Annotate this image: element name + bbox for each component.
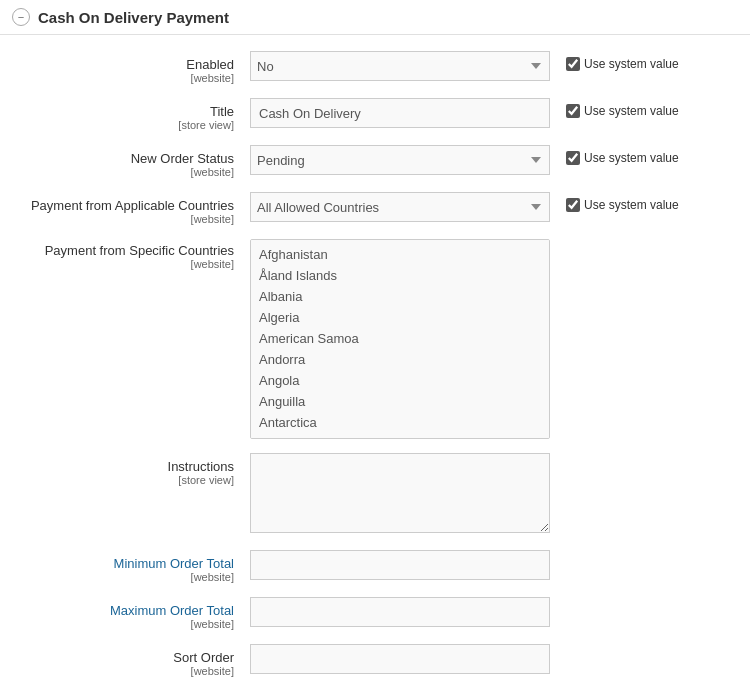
enabled-system-checkbox[interactable] xyxy=(566,57,580,71)
order-status-control: Pending Processing Complete xyxy=(250,145,550,175)
enabled-control: No Yes xyxy=(250,51,550,81)
order-status-system-checkbox[interactable] xyxy=(566,151,580,165)
max-order-label: Maximum Order Total xyxy=(10,603,234,618)
title-system-checkbox[interactable] xyxy=(566,104,580,118)
sort-order-sublabel: [website] xyxy=(10,665,234,677)
instructions-textarea[interactable] xyxy=(250,453,550,533)
applicable-countries-select[interactable]: All Allowed Countries Specific Countries xyxy=(250,192,550,222)
enabled-row: Enabled [website] No Yes Use system valu… xyxy=(0,51,750,84)
title-row: Title [store view] Use system value xyxy=(0,98,750,131)
max-order-row: Maximum Order Total [website] xyxy=(0,597,750,630)
instructions-row: Instructions [store view] xyxy=(0,453,750,536)
sort-order-label-col: Sort Order [website] xyxy=(10,644,250,677)
sort-order-control xyxy=(250,644,550,674)
sort-order-input[interactable] xyxy=(250,644,550,674)
specific-countries-system-col xyxy=(550,239,566,245)
specific-countries-sublabel: [website] xyxy=(10,258,234,270)
applicable-countries-system-label[interactable]: Use system value xyxy=(566,198,679,212)
title-label: Title xyxy=(10,104,234,119)
title-label-col: Title [store view] xyxy=(10,98,250,131)
page-title: Cash On Delivery Payment xyxy=(38,9,229,26)
order-status-system-label[interactable]: Use system value xyxy=(566,151,679,165)
title-input[interactable] xyxy=(250,98,550,128)
specific-countries-list[interactable]: Afghanistan Åland Islands Albania Algeri… xyxy=(250,239,550,439)
specific-countries-label: Payment from Specific Countries xyxy=(10,243,234,258)
min-order-control xyxy=(250,550,550,580)
enabled-system-label[interactable]: Use system value xyxy=(566,57,679,71)
min-order-input[interactable] xyxy=(250,550,550,580)
title-system-col: Use system value xyxy=(550,98,679,118)
max-order-sublabel: [website] xyxy=(10,618,234,630)
enabled-select[interactable]: No Yes xyxy=(250,51,550,81)
applicable-countries-system-col: Use system value xyxy=(550,192,679,212)
min-order-row: Minimum Order Total [website] xyxy=(0,550,750,583)
form-body: Enabled [website] No Yes Use system valu… xyxy=(0,35,750,680)
applicable-countries-sublabel: [website] xyxy=(10,213,234,225)
collapse-button[interactable]: − xyxy=(12,8,30,26)
specific-countries-row: Payment from Specific Countries [website… xyxy=(0,239,750,439)
enabled-label-col: Enabled [website] xyxy=(10,51,250,84)
instructions-label-col: Instructions [store view] xyxy=(10,453,250,486)
order-status-sublabel: [website] xyxy=(10,166,234,178)
title-system-label[interactable]: Use system value xyxy=(566,104,679,118)
applicable-countries-label-col: Payment from Applicable Countries [websi… xyxy=(10,192,250,225)
instructions-system-col xyxy=(550,453,566,459)
instructions-control xyxy=(250,453,550,536)
order-status-system-col: Use system value xyxy=(550,145,679,165)
applicable-countries-row: Payment from Applicable Countries [websi… xyxy=(0,192,750,225)
enabled-sublabel: [website] xyxy=(10,72,234,84)
max-order-system-col xyxy=(550,597,566,603)
min-order-label: Minimum Order Total xyxy=(10,556,234,571)
instructions-label: Instructions xyxy=(10,459,234,474)
order-status-select[interactable]: Pending Processing Complete xyxy=(250,145,550,175)
enabled-label: Enabled xyxy=(10,57,234,72)
min-order-system-col xyxy=(550,550,566,556)
sort-order-row: Sort Order [website] xyxy=(0,644,750,677)
order-status-row: New Order Status [website] Pending Proce… xyxy=(0,145,750,178)
applicable-countries-control: All Allowed Countries Specific Countries xyxy=(250,192,550,222)
instructions-sublabel: [store view] xyxy=(10,474,234,486)
enabled-system-col: Use system value xyxy=(550,51,679,71)
title-sublabel: [store view] xyxy=(10,119,234,131)
order-status-label-col: New Order Status [website] xyxy=(10,145,250,178)
min-order-sublabel: [website] xyxy=(10,571,234,583)
max-order-label-col: Maximum Order Total [website] xyxy=(10,597,250,630)
section-header: − Cash On Delivery Payment xyxy=(0,0,750,35)
sort-order-system-col xyxy=(550,644,566,650)
specific-countries-label-col: Payment from Specific Countries [website… xyxy=(10,239,250,270)
applicable-countries-label: Payment from Applicable Countries xyxy=(10,198,234,213)
applicable-countries-system-checkbox[interactable] xyxy=(566,198,580,212)
specific-countries-control: Afghanistan Åland Islands Albania Algeri… xyxy=(250,239,550,439)
min-order-label-col: Minimum Order Total [website] xyxy=(10,550,250,583)
title-control xyxy=(250,98,550,128)
order-status-label: New Order Status xyxy=(10,151,234,166)
max-order-control xyxy=(250,597,550,627)
sort-order-label: Sort Order xyxy=(10,650,234,665)
max-order-input[interactable] xyxy=(250,597,550,627)
